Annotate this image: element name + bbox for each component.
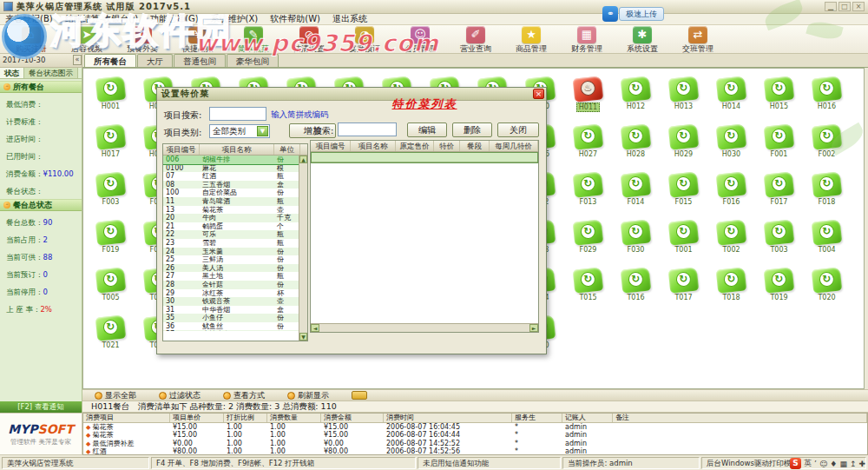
list-item[interactable]: 100自定价菜品份 — [163, 189, 307, 197]
table-F014[interactable]: ↻F014 — [612, 169, 660, 217]
table-row[interactable]: ◆ 菊花茶¥15.001.001.00¥15.002006-08-07 16:0… — [83, 431, 867, 439]
menu-item[interactable]: 结账结算-收银台(J) — [65, 13, 138, 25]
column-header[interactable]: 项目名称 — [200, 144, 274, 155]
table-T015[interactable]: ↻T015 — [564, 265, 612, 313]
table-H017[interactable]: ↻H017 — [87, 122, 135, 169]
column-header[interactable]: 项目单价 — [170, 414, 224, 422]
scroll-left-icon[interactable]: ◄ — [311, 324, 319, 332]
toolbar-button[interactable]: ◔宴席预订 — [339, 26, 391, 55]
menu-item[interactable]: 退出系统 — [332, 13, 367, 25]
toolbar-button[interactable]: ✎简单点菜 — [227, 26, 279, 55]
sidebar-tab[interactable]: 状态 — [0, 68, 24, 78]
table-H012[interactable]: ↻H012 — [612, 74, 660, 122]
table-F019[interactable]: ↻F019 — [87, 217, 135, 265]
close-list-button[interactable]: 关闭 — [497, 122, 539, 137]
item-list-scrollbar[interactable]: ▲ ▼ — [299, 156, 307, 341]
upload-badge[interactable]: ⚭ 极速上传 — [602, 5, 664, 22]
table-H027[interactable]: ↻H027 — [564, 122, 612, 169]
scroll-down-icon[interactable]: ▼ — [299, 333, 307, 341]
ime-icon[interactable]: ↥ — [850, 460, 857, 468]
table-T002[interactable]: ↻T002 — [707, 217, 755, 265]
list-item[interactable]: 23雪碧瓶 — [163, 239, 307, 248]
table-F016[interactable]: ↻F016 — [707, 169, 755, 217]
ime-icon[interactable]: ▦ — [839, 460, 847, 468]
list-item[interactable]: 08三五香烟盒 — [163, 181, 307, 189]
tab-大厅[interactable]: 大厅 — [137, 54, 173, 67]
list-item[interactable]: 22可乐瓶 — [163, 230, 307, 239]
delete-button[interactable]: 删除 — [452, 122, 492, 137]
ime-icon[interactable]: ♦ — [830, 460, 837, 468]
toolbar-button[interactable]: ⇄交班管理 — [672, 26, 724, 55]
tab-豪华包间[interactable]: 豪华包间 — [227, 54, 279, 67]
toolbar-button[interactable]: ⊘沽清设置 — [283, 26, 335, 55]
table-H001[interactable]: ↻H001 — [87, 74, 135, 122]
toolbar-button[interactable]: ➤店容视频 — [61, 26, 113, 55]
bottom-toolbar-button[interactable]: 刷新显示 — [287, 390, 329, 401]
sogou-ime-icon[interactable]: S — [790, 458, 801, 469]
special-table-empty-row[interactable] — [312, 153, 537, 162]
column-header[interactable]: 备注 — [613, 414, 867, 422]
table-H011[interactable]: ♨H011 — [564, 74, 612, 122]
table-H016[interactable]: ↻H016 — [803, 74, 851, 122]
toolbar-button[interactable]: ▦财务管理 — [561, 26, 613, 55]
list-item[interactable]: 006胡椒牛排份 — [163, 156, 307, 164]
tab-普通包间[interactable]: 普通包间 — [174, 54, 226, 67]
table-T020[interactable]: ↻T020 — [803, 265, 851, 313]
menu-item[interactable]: 功能选择(G) — [150, 13, 199, 25]
ime-icon[interactable]: ✚ — [858, 460, 865, 468]
list-item[interactable]: 21鹌鹑蛋个 — [163, 222, 307, 231]
table-T017[interactable]: ↻T017 — [660, 265, 707, 313]
column-header[interactable]: 每周几特价 — [490, 141, 538, 151]
maximize-button[interactable]: □ — [838, 2, 851, 11]
list-item[interactable]: 27黑土地瓶 — [163, 272, 307, 281]
column-header[interactable]: 消费时间 — [384, 414, 512, 422]
table-H013[interactable]: ↻H013 — [660, 74, 707, 122]
table-F013[interactable]: ↻F013 — [564, 169, 612, 217]
minimize-button[interactable]: ▁ — [825, 2, 837, 11]
menu-item[interactable]: 系统维护(X) — [211, 13, 259, 25]
toolbar-button[interactable]: ★商品管理 — [505, 26, 557, 55]
table-F018[interactable]: ↻F018 — [803, 169, 851, 217]
toolbar-button[interactable]: ☺会员管理 — [394, 26, 446, 55]
table-T005[interactable]: ↻T005 — [87, 265, 135, 313]
list-item[interactable]: 25三鲜汤份 — [163, 255, 307, 264]
column-header[interactable]: 单位 — [274, 144, 300, 155]
table-T016[interactable]: ↻T016 — [612, 265, 660, 313]
column-header[interactable]: 消费项目 — [83, 414, 170, 422]
list-item[interactable]: 13菊花茶壶 — [163, 206, 307, 215]
table-F001[interactable]: ↻F001 — [755, 122, 803, 169]
table-F029[interactable]: ↻F029 — [564, 217, 612, 265]
ime-icon[interactable]: 英 — [804, 458, 812, 469]
table-H028[interactable]: ↻H028 — [612, 122, 660, 169]
scroll-up-icon[interactable]: ▲ — [299, 156, 307, 163]
column-header[interactable]: 打折比例 — [224, 414, 267, 422]
toolbar-button[interactable]: ¥快捷结账 — [172, 26, 224, 55]
column-header[interactable]: 每天 — [538, 141, 539, 151]
list-item[interactable]: 29冰红茶杯 — [163, 289, 307, 298]
table-H030[interactable]: ↻H030 — [707, 122, 755, 169]
column-header[interactable]: 记账人 — [562, 414, 613, 422]
bottom-toolbar-button[interactable]: 过滤状态 — [159, 390, 201, 401]
collapse-sidebar-button[interactable]: « — [73, 55, 82, 65]
toolbar-button[interactable]: ✐营业查询 — [450, 26, 502, 55]
category-select[interactable]: 全部类别 ▼ — [209, 124, 270, 138]
column-header[interactable]: 服务生 — [512, 414, 562, 422]
menu-item[interactable]: 软件帮助(W) — [270, 13, 320, 25]
ime-icon[interactable]: ’ — [814, 460, 817, 468]
table-T021[interactable]: ↻T021 — [87, 313, 135, 361]
column-header[interactable]: 餐段 — [460, 141, 490, 151]
list-item[interactable]: 26美人汤份 — [163, 264, 307, 273]
list-item[interactable]: 0100麻花根 — [163, 164, 307, 173]
list-item[interactable]: 36鱿鱼丝份 — [163, 322, 307, 331]
bottom-toolbar-button[interactable]: 显示全部 — [95, 390, 136, 401]
scroll-right-icon[interactable]: ► — [529, 324, 538, 332]
table-F030[interactable]: ↻F030 — [612, 217, 660, 265]
table-T003[interactable]: ↻T003 — [755, 217, 803, 265]
column-header[interactable]: 特价 — [434, 141, 460, 151]
table-H029[interactable]: ↻H029 — [660, 122, 707, 169]
list-item[interactable]: 07红酒瓶 — [163, 172, 307, 181]
list-item[interactable]: 37麻辣牛肉份 — [163, 330, 307, 331]
tab-所有餐台[interactable]: 所有餐台 — [84, 54, 136, 67]
list-item[interactable]: 31中华香烟盒 — [163, 306, 307, 314]
toolbar-button[interactable]: ♻预餐外卖 — [116, 26, 168, 55]
